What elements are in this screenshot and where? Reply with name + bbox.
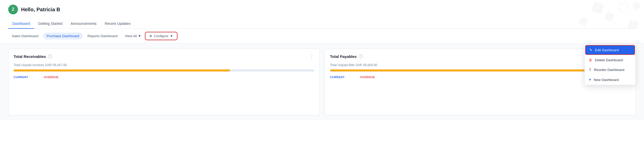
tab-purchase-dashboard[interactable]: Purchase Dashboard [43,33,83,39]
configure-dropdown: ✎ Edit Dashboard 🗑 Delete Dashboard ⠿ Re… [584,44,636,85]
configure-wrapper: ⚙ Configure ▼ [145,32,178,40]
widget-receivables-title: Total Receivables [14,54,46,59]
main-nav: Dashboard Getting Started Announcements … [8,19,636,29]
nav-item-recent-updates[interactable]: Recent Updates [101,19,135,29]
greeting-text: Hello, Patricia B [21,7,60,13]
trash-icon: 🗑 [589,58,592,62]
receivables-current-label: CURRENT [14,76,28,79]
grid-icon: ⠿ [589,68,591,72]
gear-icon: ⚙ [149,34,152,38]
chevron-down-icon: ▼ [138,34,141,38]
payables-current-label: CURRENT [330,76,345,79]
receivables-subtext: Total Unpaid Invoices SAR 58,447.00 [14,63,314,67]
view-all-button[interactable]: View All ▼ [122,33,144,39]
receivables-more-icon[interactable]: ⋮ [309,54,314,59]
nav-item-dashboard[interactable]: Dashboard [8,19,34,29]
dropdown-item-delete[interactable]: 🗑 Delete Dashboard [585,55,636,65]
pencil-icon: ✎ [589,48,592,52]
nav-item-announcements[interactable]: Announcements [67,19,101,29]
payables-info-icon[interactable]: ? [359,54,363,58]
user-row: Z Hello, Patricia B [8,5,636,18]
plus-icon: + [589,77,591,82]
payables-progress-fill [330,69,585,71]
payables-overdue-label: OVERDUE [360,76,375,79]
widget-payables-title: Total Payables [330,54,357,59]
widget-receivables-header: Total Receivables ? ⋮ [14,54,314,59]
receivables-progress-fill [14,69,230,71]
receivables-footer: CURRENT OVERDUE [14,76,314,79]
widget-payables-title-row: Total Payables ? [330,54,363,59]
receivables-info-icon[interactable]: ? [48,54,52,58]
chevron-down-icon-configure: ▼ [170,34,173,38]
avatar: Z [8,5,18,14]
receivables-progress-bar [14,69,314,71]
dashboard-tabs-bar: Sales Dashboard Purchase Dashboard Repor… [0,29,644,44]
dropdown-item-reorder[interactable]: ⠿ Reorder Dashboard [585,65,636,75]
main-content: Total Receivables ? ⋮ Total Unpaid Invoi… [0,44,644,120]
nav-item-getting-started[interactable]: Getting Started [34,19,67,29]
receivables-overdue-label: OVERDUE [44,76,59,79]
widget-receivables-title-row: Total Receivables ? [14,54,52,59]
dropdown-item-new[interactable]: + New Dashboard [585,75,636,85]
header: Z Hello, Patricia B Dashboard Getting St… [0,0,644,29]
widget-receivables: Total Receivables ? ⋮ Total Unpaid Invoi… [8,49,320,115]
tab-sales-dashboard[interactable]: Sales Dashboard [8,33,42,39]
dropdown-item-edit[interactable]: ✎ Edit Dashboard [585,45,635,55]
tab-reports-dashboard[interactable]: Reports Dashboard [84,33,121,39]
configure-button[interactable]: ⚙ Configure ▼ [145,32,177,40]
